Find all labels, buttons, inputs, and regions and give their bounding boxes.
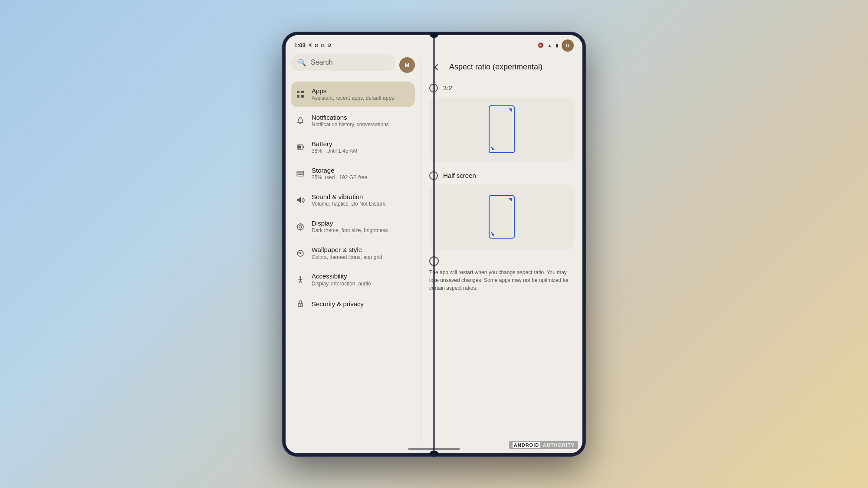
svg-rect-2 [297,95,299,98]
status-mute-icon: 🔇 [538,43,544,48]
svg-rect-7 [297,171,304,173]
left-panel: 🔍 Search M [286,54,420,445]
expand-arrow-bl-half [491,230,497,236]
status-right: 🔇 ▲ ▮ U [538,39,574,52]
sound-icon [295,195,306,205]
notifications-icon [295,115,306,126]
preview-card-half [429,184,574,249]
svg-rect-9 [297,175,304,176]
sidebar-item-security[interactable]: Security & privacy [291,293,415,314]
wallpaper-text: Wallpaper & style Colors, themed icons, … [312,246,382,261]
radio-half[interactable] [429,171,438,180]
accessibility-title: Accessibility [312,272,371,281]
sidebar-item-apps[interactable]: Apps Assistant, recent apps, default app… [291,82,415,107]
storage-icon [295,168,306,179]
notifications-title: Notifications [312,113,389,122]
search-placeholder: Search [311,59,389,66]
radio-row-half[interactable]: Half screen [429,169,574,184]
expand-arrow-tr-half [506,198,512,204]
svg-point-10 [297,224,303,230]
security-title: Security & privacy [312,300,364,308]
user-avatar-small[interactable]: U [562,39,574,52]
info-icon: i [429,256,439,266]
apps-icon [295,89,306,99]
wallpaper-title: Wallpaper & style [312,246,382,254]
aspect-label-half: Half screen [443,172,476,179]
info-text: The app will restart when you change asp… [429,269,574,292]
expand-arrow-tr [506,108,512,114]
right-panel: Aspect ratio (experimental) 3:2 [421,54,582,445]
status-cast-icon: ⊙ [327,43,331,48]
main-content: 🔍 Search M [286,54,582,445]
sound-subtitle: Volume, haptics, Do Not Disturb [312,201,385,208]
avatar-initial: U [566,43,569,48]
accessibility-subtitle: Display, interaction, audio [312,281,371,288]
display-icon [295,222,306,232]
search-bar[interactable]: 🔍 Search [291,54,396,71]
status-time: 1:03 [294,42,306,49]
sidebar-item-storage[interactable]: Storage 25% used · 192 GB free [291,161,415,187]
status-battery-icon: ▮ [556,43,558,48]
right-panel-title: Aspect ratio (experimental) [449,62,542,72]
wallpaper-subtitle: Colors, themed icons, app grid [312,254,382,261]
svg-point-17 [299,252,301,254]
svg-rect-8 [297,173,304,174]
fold-notch-bottom [430,451,438,455]
svg-rect-5 [303,146,304,148]
back-button[interactable] [429,60,443,74]
info-section: i The app will restart when you change a… [429,256,574,292]
sidebar-item-battery[interactable]: Battery 38% · Until 1:45 AM [291,134,415,160]
status-wifi-icon: ▲ [547,43,552,48]
svg-line-21 [299,281,300,283]
accessibility-text: Accessibility Display, interaction, audi… [312,272,371,287]
battery-title: Battery [312,140,357,148]
watermark-brand: ANDROID [513,442,540,448]
search-icon: 🔍 [298,59,306,67]
radio-32[interactable] [429,84,438,92]
security-icon [295,298,306,309]
watermark-suffix: AUTHORITY [543,442,575,448]
apps-title: Apps [312,87,394,95]
status-bar: 1:03 ✳ G G ⊙ 🔇 ▲ ▮ U [286,35,582,54]
wallpaper-icon [295,248,306,259]
phone-screen: 1:03 ✳ G G ⊙ 🔇 ▲ ▮ U [286,35,582,453]
status-google-icon: G [321,43,325,48]
sidebar-item-display[interactable]: Display Dark theme, font size, brightnes… [291,214,415,239]
svg-rect-3 [301,95,304,98]
expand-arrow-bl [491,144,497,151]
sidebar-item-sound[interactable]: Sound & vibration Volume, haptics, Do No… [291,187,415,213]
svg-rect-6 [298,146,301,149]
sidebar-item-wallpaper[interactable]: Wallpaper & style Colors, themed icons, … [291,240,415,266]
avatar-letter: M [405,62,410,69]
radio-row-32[interactable]: 3:2 [429,81,574,97]
watermark: ANDROID AUTHORITY [509,441,578,449]
right-header: Aspect ratio (experimental) [429,54,574,81]
search-row: 🔍 Search M [291,54,415,76]
display-text: Display Dark theme, font size, brightnes… [312,219,388,234]
storage-text: Storage 25% used · 192 GB free [312,166,367,181]
preview-card-32 [429,97,574,162]
security-text: Security & privacy [312,300,364,308]
svg-rect-1 [301,91,304,93]
sidebar-item-accessibility[interactable]: Accessibility Display, interaction, audi… [291,267,415,292]
phone-device: 1:03 ✳ G G ⊙ 🔇 ▲ ▮ U [282,32,586,457]
sidebar-item-notifications[interactable]: Notifications Notification history, conv… [291,108,415,134]
svg-point-24 [300,305,301,306]
battery-text: Battery 38% · Until 1:45 AM [312,140,357,155]
sound-title: Sound & vibration [312,193,385,201]
accessibility-icon [295,275,306,285]
aspect-option-32: 3:2 [429,81,574,162]
storage-subtitle: 25% used · 192 GB free [312,174,367,181]
status-left: 1:03 ✳ G G ⊙ [294,42,331,49]
display-title: Display [312,219,388,228]
notifications-subtitle: Notification history, conversations [312,121,389,128]
battery-subtitle: 38% · Until 1:45 AM [312,148,357,155]
apps-text: Apps Assistant, recent apps, default app… [312,87,394,102]
status-g-icon: G [315,43,319,48]
info-icon-row: i [429,256,574,266]
display-subtitle: Dark theme, font size, brightness [312,227,388,234]
svg-point-11 [299,226,302,228]
notifications-text: Notifications Notification history, conv… [312,113,389,128]
svg-rect-0 [297,91,299,93]
user-avatar[interactable]: M [399,57,415,73]
